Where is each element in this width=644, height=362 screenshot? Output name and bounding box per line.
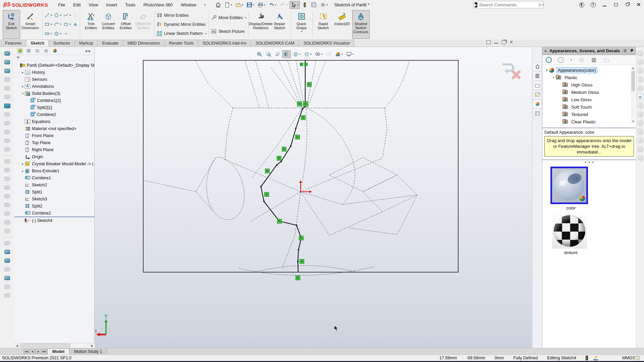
apply-scene-icon-caret[interactable]: ▾ (341, 53, 343, 56)
tree-item-split2[interactable]: Split2 (14, 202, 94, 209)
tab-render-tools[interactable]: Render Tools (165, 40, 198, 47)
tree-item-sketch2[interactable]: Sketch2 (14, 181, 94, 188)
expand-icon[interactable]: ▾ (21, 92, 25, 95)
tree-item-sketch3[interactable]: Sketch3 (14, 195, 94, 202)
scroll-right-icon[interactable]: ▶ (90, 343, 95, 348)
search-commands[interactable]: ▶ ⚲ ▾ (473, 1, 543, 8)
scroll-track[interactable] (19, 343, 90, 348)
appearance-tool-icon-3[interactable] (637, 68, 643, 74)
settings-gear-icon[interactable]: ▾ (319, 1, 329, 9)
new-document-icon-caret[interactable]: ▾ (231, 3, 232, 6)
appearance-tool-icon-8[interactable] (637, 111, 643, 117)
mirror-entities-button[interactable]: Mirror Entities (156, 12, 206, 18)
view-settings-icon[interactable]: ▾ (345, 50, 355, 58)
tree-item-boss-extrude1[interactable]: ▸Boss-Extrude1 (14, 167, 94, 174)
appearance-item-soft-touch[interactable]: Soft Touch (542, 103, 636, 111)
appearance-tool-icon-5[interactable] (637, 85, 643, 91)
tab-configuration-manager[interactable] (35, 48, 40, 54)
tab-solidworks-add-ins[interactable]: SOLIDWORKS Add-Ins (198, 40, 251, 47)
reference-geometry-icon[interactable] (3, 248, 12, 256)
sketch-line-icon[interactable]: ▾ (44, 11, 53, 20)
search-input[interactable] (479, 2, 538, 7)
draft-icon[interactable] (3, 239, 12, 247)
hide-show-items-icon[interactable]: ▾ (314, 50, 324, 58)
planar-surface-icon[interactable] (3, 102, 12, 110)
move-entities-caret-icon[interactable]: ▾ (245, 16, 247, 19)
expand-icon[interactable]: ▸ (21, 71, 25, 74)
appearance-item-plastic[interactable]: ▾Plastic (542, 74, 636, 81)
first-tab-icon[interactable]: ◀◀ (23, 349, 29, 354)
task-pane-gear-icon[interactable] (623, 48, 628, 53)
tree-item-sensors[interactable]: Sensors (14, 76, 94, 83)
move-entities-button[interactable]: Move Entities ▾ (211, 15, 246, 21)
sketch-polygon-icon[interactable]: ▾ (53, 29, 62, 38)
tree-item-combine1-2[interactable]: Combine1[2] (14, 97, 94, 104)
appearance-thumbnail-color[interactable]: color (550, 167, 636, 210)
appearance-tool-icon-12[interactable] (637, 146, 643, 152)
home-icon[interactable] (214, 1, 222, 9)
sketch-slot-icon[interactable]: ▾ (44, 29, 53, 38)
tree-item-combine2[interactable]: Combine2 (14, 209, 94, 217)
appearance-tool-icon-13[interactable] (637, 155, 643, 161)
appearance-item-high-gloss[interactable]: High Gloss (542, 81, 636, 88)
appearance-tool-icon-10[interactable] (637, 129, 643, 135)
doc-close-icon[interactable]: ✕ (509, 40, 513, 44)
appearance-item-textured[interactable]: Textured (542, 111, 636, 118)
sketch-point-icon[interactable] (63, 29, 71, 38)
doc-restore-icon[interactable] (502, 40, 506, 44)
user-account-icon[interactable] (579, 2, 584, 7)
untrim-surface-icon[interactable] (3, 158, 12, 165)
display-style-icon[interactable]: ▾ (303, 50, 313, 58)
expand-icon[interactable]: ▾ (551, 76, 556, 79)
swept-surface-icon[interactable] (3, 50, 12, 57)
prev-tab-icon[interactable]: ◀ (30, 349, 35, 354)
options-list-icon[interactable] (310, 1, 318, 9)
sketch-picture-button[interactable]: Sketch Picture (211, 28, 246, 35)
appearances-scrollbar[interactable]: ▲ ▼ (631, 66, 635, 123)
doc-window-frame-icon[interactable] (486, 40, 491, 44)
appearance-tool-icon-7[interactable] (637, 103, 643, 109)
scroll-thumb[interactable] (631, 71, 635, 91)
appearance-tool-icon-11[interactable] (637, 137, 643, 143)
smart-dimension-button[interactable]: Smart Dimension (20, 10, 40, 39)
close-icon[interactable]: ✕ (636, 2, 641, 7)
graphics-viewport[interactable]: X ▾▾▾▾▾ (95, 47, 532, 348)
tab-solidworks-visualize[interactable]: SOLIDWORKS Visualize (299, 40, 354, 47)
expand-icon[interactable]: ▸ (21, 162, 25, 166)
forward-icon[interactable]: → (558, 57, 564, 63)
back-icon[interactable]: ← (546, 57, 552, 63)
tree-item-material-not-specified[interactable]: Material <not specified> (14, 125, 94, 132)
menu-window[interactable]: Window (177, 1, 200, 9)
offset-entities-button[interactable]: Offset Entities (117, 10, 135, 39)
tab-display-manager[interactable] (52, 48, 58, 54)
linear-sketch-pattern-button[interactable]: Linear Sketch Pattern ▾ (156, 31, 206, 37)
menu-view[interactable]: View (85, 1, 102, 9)
tree-item-crystal-breaker-mould-model[interactable]: ▸Crystal Breaker Mould Model -> ( (14, 160, 94, 167)
expand-icon[interactable]: ▾ (544, 68, 549, 72)
undo-icon[interactable]: ▾ (267, 1, 278, 9)
menu-insert[interactable]: Insert (102, 1, 121, 9)
dynamic-mirror-button[interactable]: Dynamic Mirror Entities (156, 21, 206, 27)
tree-filter-row[interactable] (14, 55, 94, 61)
tree-item-equations[interactable]: ΣEquations (14, 118, 94, 125)
view-orientation-icon-caret[interactable]: ▾ (299, 53, 301, 56)
save-icon-caret[interactable]: ▾ (253, 3, 254, 6)
tree-item-combine1[interactable]: Combine1 (14, 174, 94, 181)
print-icon-caret[interactable]: ▾ (264, 3, 265, 6)
zoom-fit-icon[interactable] (255, 50, 264, 58)
view-settings-icon-caret[interactable]: ▾ (353, 53, 354, 56)
sketch-arc-icon[interactable]: ▾ (53, 20, 62, 29)
save-icon[interactable]: ▾ (245, 1, 256, 9)
appearance-thumbnail-texture[interactable]: texture (550, 214, 636, 255)
exit-sketch-button[interactable]: Exit Sketch (3, 10, 20, 39)
tab-markup[interactable]: Markup (75, 40, 98, 47)
sketch-circle-icon[interactable]: ▾ (53, 11, 62, 20)
tab-feature-tree[interactable] (17, 48, 23, 54)
select-icon[interactable]: ▾ (289, 1, 300, 9)
appearance-tool-icon-9[interactable] (637, 120, 643, 126)
tree-item-split2-1[interactable]: Split2[1] (14, 104, 94, 111)
appearance-tool-icon-6[interactable]: ⊕ (637, 94, 643, 100)
restore-icon[interactable] (613, 2, 619, 7)
new-document-icon[interactable]: ▾ (223, 1, 233, 9)
tab-mbd-dimensions[interactable]: MBD Dimensions (123, 40, 164, 47)
